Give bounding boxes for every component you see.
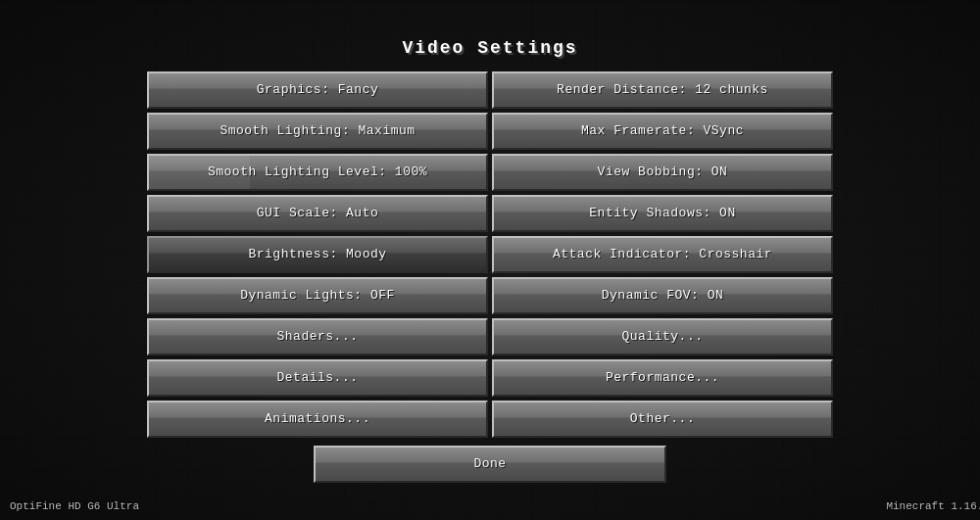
page-title: Video Settings — [402, 38, 577, 58]
smooth-lighting-level-button[interactable]: Smooth Lighting Level: 100% — [147, 154, 488, 191]
optifine-label: OptiFine HD G6 Ultra — [10, 500, 139, 512]
quality-button[interactable]: Quality... — [492, 318, 833, 355]
view-bobbing-button[interactable]: View Bobbing: ON — [492, 154, 833, 191]
bottom-bar: OptiFine HD G6 Ultra Minecraft 1.16.4 — [10, 496, 980, 512]
dynamic-fov-button[interactable]: Dynamic FOV: ON — [492, 277, 833, 314]
performance-button[interactable]: Performance... — [492, 359, 833, 397]
max-framerate-button[interactable]: Max Framerate: VSync — [492, 113, 833, 150]
smooth-lighting-button[interactable]: Smooth Lighting: Maximum — [147, 113, 488, 150]
done-row: Done — [147, 446, 833, 483]
video-settings-screen: Video Settings Graphics: Fancy Render Di… — [147, 38, 833, 483]
settings-grid: Graphics: Fancy Render Distance: 12 chun… — [147, 71, 833, 438]
details-button[interactable]: Details... — [147, 359, 488, 397]
entity-shadows-button[interactable]: Entity Shadows: ON — [492, 195, 833, 232]
render-distance-button[interactable]: Render Distance: 12 chunks — [492, 71, 833, 109]
attack-indicator-button[interactable]: Attack Indicator: Crosshair — [492, 236, 833, 273]
graphics-button[interactable]: Graphics: Fancy — [147, 71, 488, 109]
dynamic-lights-button[interactable]: Dynamic Lights: OFF — [147, 277, 488, 314]
animations-button[interactable]: Animations... — [147, 401, 488, 438]
other-button[interactable]: Other... — [492, 401, 833, 438]
done-button[interactable]: Done — [314, 446, 666, 483]
gui-scale-button[interactable]: GUI Scale: Auto — [147, 195, 488, 232]
minecraft-version-label: Minecraft 1.16.4 — [886, 500, 980, 512]
shaders-button[interactable]: Shaders... — [147, 318, 488, 355]
brightness-button[interactable]: Brightness: Moody — [147, 236, 488, 273]
